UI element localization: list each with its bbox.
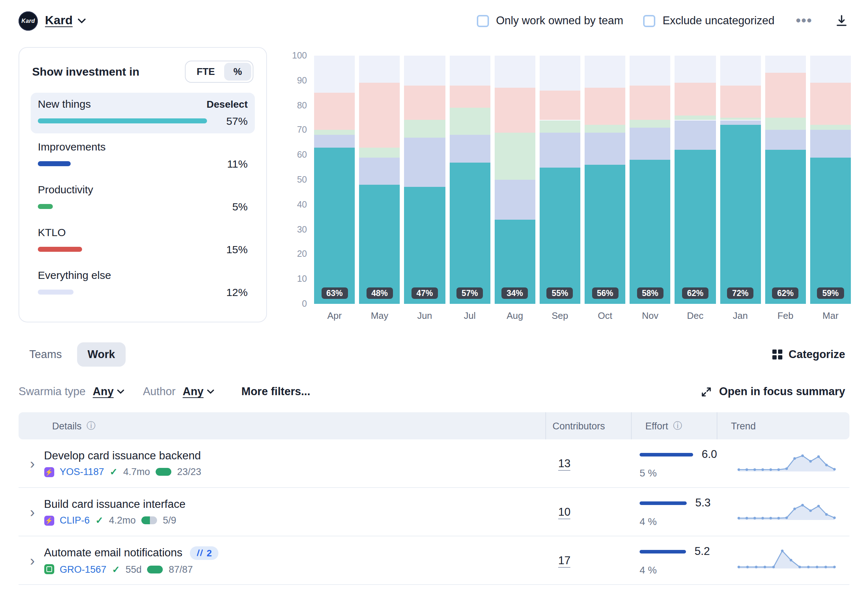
bar-segment-new-things[interactable] [810, 157, 851, 304]
bar-segment-ktlo[interactable] [404, 86, 445, 120]
bar-segment-productivity[interactable] [765, 118, 805, 130]
toggle-percent[interactable]: % [224, 63, 251, 80]
bar-segment-productivity[interactable] [359, 148, 400, 157]
bar-segment-everything-else[interactable] [630, 56, 670, 86]
chart-column-jun[interactable]: 47%Jun [404, 56, 445, 304]
info-icon[interactable]: ⓘ [87, 420, 96, 432]
bar-segment-improvements[interactable] [540, 133, 580, 167]
bar-segment-productivity[interactable] [450, 108, 490, 135]
toggle-fte[interactable]: FTE [188, 63, 224, 80]
issue-key-link[interactable]: YOS-1187 [60, 466, 104, 477]
team-selector[interactable]: Kard Kard [19, 11, 85, 30]
bar-segment-improvements[interactable] [314, 135, 355, 148]
bar-segment-everything-else[interactable] [450, 56, 490, 86]
table-row[interactable]: ›Automate email notifications2GRO-1567✓5… [19, 536, 849, 585]
bar-segment-everything-else[interactable] [540, 56, 580, 90]
bar-segment-ktlo[interactable] [765, 73, 805, 118]
info-icon[interactable]: ⓘ [673, 420, 682, 432]
bar-segment-improvements[interactable] [585, 133, 625, 165]
bar-segment-ktlo[interactable] [540, 90, 580, 120]
contributors-count[interactable]: 17 [558, 554, 571, 567]
legend-item-improvements[interactable]: Improvements11% [31, 135, 255, 176]
more-filters-button[interactable]: More filters... [237, 385, 314, 399]
open-focus-summary-button[interactable]: Open in focus summary [697, 385, 849, 399]
contributors-count[interactable]: 13 [558, 457, 571, 471]
legend-item-ktlo[interactable]: KTLO15% [31, 221, 255, 262]
bar-segment-new-things[interactable] [675, 150, 716, 304]
chart-column-nov[interactable]: 58%Nov [630, 56, 670, 304]
table-row[interactable]: ›Develop card issuance backend⚡YOS-1187✓… [19, 440, 849, 488]
chart-column-jul[interactable]: 57%Jul [450, 56, 490, 304]
bar-segment-productivity[interactable] [404, 120, 445, 138]
only-team-checkbox[interactable]: Only work owned by team [477, 14, 624, 27]
bar-segment-new-things[interactable] [314, 148, 355, 304]
bar-segment-ktlo[interactable] [359, 83, 400, 148]
chart-column-mar[interactable]: 59%Mar [810, 56, 851, 304]
bar-segment-improvements[interactable] [720, 120, 761, 125]
chart-column-apr[interactable]: 63%Apr [314, 56, 355, 304]
bar-segment-improvements[interactable] [404, 138, 445, 187]
team-name-dropdown[interactable]: Kard [45, 13, 85, 28]
bar-segment-new-things[interactable] [630, 160, 670, 304]
checkbox-box[interactable] [643, 15, 655, 27]
download-button[interactable] [834, 13, 849, 28]
chart-column-may[interactable]: 48%May [359, 56, 400, 304]
chart-column-aug[interactable]: 34%Aug [494, 56, 535, 304]
bar-segment-ktlo[interactable] [585, 88, 625, 125]
expand-chevron-icon[interactable]: › [28, 505, 36, 519]
bar-segment-improvements[interactable] [450, 135, 490, 163]
bar-segment-productivity[interactable] [540, 120, 580, 133]
table-row[interactable]: ›Build card issuance interface⚡CLIP-6✓4.… [19, 488, 849, 536]
author-dropdown[interactable]: Any [183, 385, 214, 398]
bar-segment-everything-else[interactable] [675, 56, 716, 83]
bar-segment-productivity[interactable] [585, 125, 625, 133]
bar-segment-everything-else[interactable] [720, 56, 761, 86]
bar-segment-new-things[interactable] [720, 125, 761, 304]
contributors-count[interactable]: 10 [558, 505, 571, 519]
bar-segment-improvements[interactable] [359, 157, 400, 185]
chart-column-jan[interactable]: 72%Jan [720, 56, 761, 304]
bar-segment-everything-else[interactable] [404, 56, 445, 86]
bar-segment-ktlo[interactable] [720, 86, 761, 118]
bar-segment-everything-else[interactable] [359, 56, 400, 83]
bar-segment-productivity[interactable] [810, 125, 851, 130]
issue-key-link[interactable]: GRO-1567 [60, 564, 106, 575]
bar-segment-everything-else[interactable] [810, 56, 851, 83]
categorize-button[interactable]: Categorize [768, 348, 850, 362]
bar-segment-improvements[interactable] [765, 130, 805, 150]
legend-item-new-things[interactable]: New thingsDeselect57% [31, 93, 255, 134]
linked-count-badge[interactable]: 2 [189, 546, 218, 560]
bar-segment-improvements[interactable] [630, 128, 670, 160]
more-options-button[interactable]: ••• [795, 12, 814, 30]
chart-column-dec[interactable]: 62%Dec [675, 56, 716, 304]
deselect-button[interactable]: Deselect [207, 98, 248, 110]
chart-column-sep[interactable]: 55%Sep [540, 56, 580, 304]
tab-work[interactable]: Work [77, 342, 126, 367]
exclude-uncategorized-checkbox[interactable]: Exclude uncategorized [643, 14, 774, 27]
legend-item-everything-else[interactable]: Everything else12% [31, 264, 255, 304]
bar-segment-everything-else[interactable] [765, 56, 805, 73]
chart-column-feb[interactable]: 62%Feb [765, 56, 805, 304]
tab-teams[interactable]: Teams [19, 342, 73, 367]
bar-segment-productivity[interactable] [630, 120, 670, 128]
bar-segment-new-things[interactable] [404, 187, 445, 304]
bar-segment-productivity[interactable] [675, 115, 716, 120]
bar-segment-ktlo[interactable] [314, 93, 355, 130]
bar-segment-ktlo[interactable] [494, 88, 535, 133]
bar-segment-everything-else[interactable] [585, 56, 625, 88]
bar-segment-everything-else[interactable] [314, 56, 355, 93]
bar-segment-productivity[interactable] [494, 133, 535, 180]
bar-segment-everything-else[interactable] [494, 56, 535, 88]
bar-segment-new-things[interactable] [540, 167, 580, 304]
bar-segment-new-things[interactable] [359, 185, 400, 304]
expand-chevron-icon[interactable]: › [28, 456, 36, 471]
bar-segment-productivity[interactable] [314, 130, 355, 135]
bar-segment-improvements[interactable] [810, 130, 851, 157]
bar-segment-new-things[interactable] [765, 150, 805, 304]
legend-item-productivity[interactable]: Productivity5% [31, 178, 255, 219]
bar-segment-new-things[interactable] [450, 162, 490, 304]
checkbox-box[interactable] [477, 15, 489, 27]
swarmia-type-dropdown[interactable]: Any [93, 385, 125, 398]
expand-chevron-icon[interactable]: › [28, 553, 36, 567]
bar-segment-ktlo[interactable] [675, 83, 716, 115]
